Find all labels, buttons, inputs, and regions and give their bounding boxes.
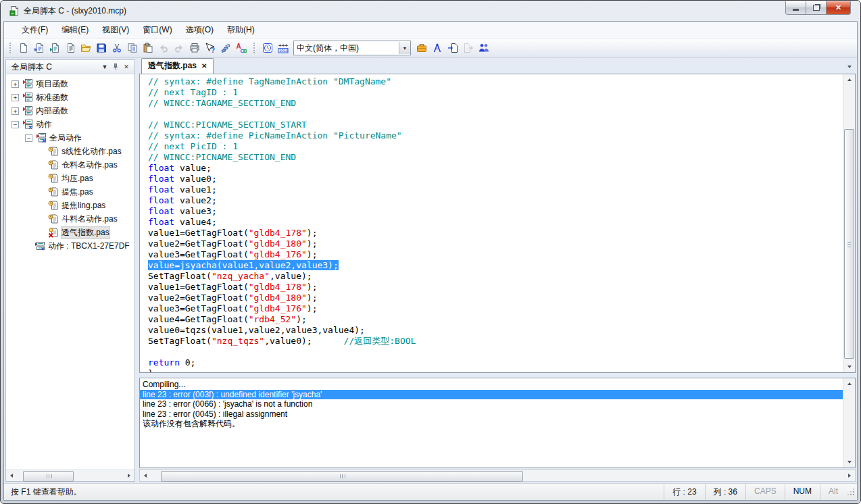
compiler-message[interactable]: Compiling... (140, 380, 843, 390)
print-button[interactable] (187, 41, 202, 55)
open-function-button[interactable] (47, 41, 62, 55)
scroll-left-icon[interactable] (6, 471, 17, 480)
code-line: value1=GetTagFloat("gldb4_178"); (148, 282, 843, 293)
menu-item-6[interactable]: 帮助(H) (220, 22, 262, 38)
resize-grip[interactable] (846, 487, 856, 497)
tab-document[interactable]: 透气指数.pas ✕ (141, 58, 214, 74)
code-line: value2=GetTagFloat("gldb4_180"); (148, 238, 843, 249)
minimize-button[interactable] (785, 1, 806, 15)
tree-item-label: 全局动作 (49, 132, 82, 144)
compiler-message-selected[interactable]: line 23 : error (003f) : undefined ident… (140, 390, 843, 400)
code-editor[interactable]: // syntax: #define TagNameInAction "DMTa… (139, 74, 856, 373)
scroll-right-icon[interactable] (844, 471, 855, 480)
collapse-icon[interactable]: − (25, 134, 32, 142)
scroll-left-icon[interactable] (140, 471, 151, 480)
tab-list-dropdown-icon[interactable] (843, 61, 856, 72)
new-button[interactable] (16, 41, 31, 55)
tree-item[interactable]: 提焦ling.pas (6, 199, 134, 212)
tree-item[interactable]: −全局动作 (6, 131, 134, 145)
cut-button[interactable] (109, 41, 124, 55)
save-button[interactable] (93, 41, 109, 55)
tree-item-label: 提焦.pas (62, 186, 93, 198)
expand-icon[interactable]: + (11, 94, 19, 101)
tree-horizontal-scrollbar[interactable] (6, 470, 134, 481)
menu-bar: 文件(F)编辑(E)视图(V)窗口(W)选项(O)帮助(H) (4, 22, 857, 39)
collapse-icon[interactable]: − (11, 121, 19, 128)
tree-item[interactable]: 透气指数.pas (6, 226, 134, 239)
dividers-button[interactable] (429, 41, 445, 55)
expand-icon[interactable]: + (11, 80, 19, 88)
scroll-up-icon[interactable] (843, 74, 855, 85)
expand-icon[interactable]: + (11, 107, 19, 115)
title-bar[interactable]: 全局脚本 C - (slxy2010.mcp) ✕ (1, 1, 860, 21)
compiler-message[interactable]: line 23 : error (0066) : 'jsyacha' is no… (140, 399, 843, 409)
toolbox-icon (416, 43, 427, 53)
toolbox-button[interactable] (414, 41, 429, 55)
code-line: float value4; (148, 217, 843, 228)
trigger-clock-button[interactable] (260, 41, 275, 55)
tree-item[interactable]: +项目函数 (6, 77, 134, 91)
import-button[interactable] (445, 41, 460, 55)
close-button[interactable]: ✕ (826, 1, 851, 15)
code-line: SetTagFloat("nzq_yacha",value); (148, 271, 843, 282)
tree-item[interactable]: 提焦.pas (6, 185, 134, 199)
code-surface[interactable]: // syntax: #define TagNameInAction "DMTa… (140, 74, 843, 372)
menu-item-3[interactable]: 视图(V) (95, 22, 136, 38)
tree-item-label: 内部函数 (36, 105, 68, 117)
panel-menu-icon[interactable]: ▼ (99, 61, 110, 72)
scrollbar-thumb[interactable] (161, 471, 523, 482)
document-button[interactable] (62, 41, 78, 55)
editor-vertical-scrollbar[interactable] (843, 74, 855, 372)
window-controls: ✕ (786, 1, 851, 15)
code-line: // WINCC:PICNAME_SECTION_END (148, 152, 843, 163)
tree-item[interactable]: 均压.pas (6, 172, 134, 185)
tags-button[interactable]: +++1010 (275, 41, 291, 55)
tree-item[interactable]: 斗料名动作.pas (6, 212, 134, 226)
scrollbar-thumb[interactable] (23, 471, 74, 482)
export-icon (463, 43, 474, 53)
copy-button[interactable] (124, 41, 140, 55)
syntax-check-button[interactable]: ACB (233, 41, 249, 55)
tree-item[interactable]: s线性化动作.pas (6, 145, 134, 158)
compiler-message[interactable]: line 23 : error (0045) : illegal assignm… (140, 409, 843, 420)
scroll-right-icon[interactable] (124, 471, 134, 480)
tree-item[interactable]: 仓料名动作.pas (6, 158, 134, 172)
menu-item-1[interactable]: 文件(F) (15, 22, 55, 38)
toolbar-grip[interactable] (253, 43, 257, 53)
open-action-button[interactable] (31, 41, 47, 55)
scrollbar-thumb[interactable] (844, 129, 854, 358)
code-line: value2=GetTagFloat("gldb4_180"); (148, 293, 843, 303)
language-select[interactable]: 中文(简体，中国)▼ (293, 41, 411, 55)
pin-icon[interactable] (110, 61, 121, 72)
panel-close-icon[interactable]: ✕ (121, 61, 132, 72)
toolbar-grip[interactable] (9, 43, 13, 53)
tree-item[interactable]: +标准函数 (6, 91, 134, 104)
paste-button[interactable] (140, 41, 155, 55)
tree-item-label: 均压.pas (62, 173, 93, 184)
compiler-message[interactable]: 该动作没有包含解释代码。 (140, 419, 843, 429)
menu-item-5[interactable]: 选项(O) (179, 22, 220, 38)
tree-item-label: 仓料名动作.pas (62, 159, 118, 171)
output-splitter[interactable] (139, 373, 856, 378)
tree-item[interactable]: 动作 : TBCX1-27E7DF (6, 239, 134, 253)
tree-item[interactable]: −动作 (6, 118, 134, 131)
scroll-down-icon[interactable] (843, 457, 855, 468)
tab-close-icon[interactable]: ✕ (201, 62, 207, 70)
users-button[interactable] (476, 41, 491, 55)
open-folder-button[interactable] (78, 41, 93, 55)
status-help-text: 按 F1 键查看帮助。 (4, 486, 664, 498)
restore-button[interactable] (806, 1, 827, 15)
compile-all-button[interactable] (218, 41, 233, 55)
context-help-button[interactable]: ? (202, 41, 218, 55)
menu-item-4[interactable]: 窗口(W) (136, 22, 178, 38)
context-help-icon: ? (205, 43, 216, 53)
dividers-icon (432, 43, 443, 53)
scroll-down-icon[interactable] (843, 361, 855, 372)
chevron-down-icon[interactable]: ▼ (399, 42, 410, 54)
print-icon (189, 43, 200, 53)
output-horizontal-scrollbar[interactable] (139, 469, 856, 482)
output-vertical-scrollbar[interactable] (843, 378, 855, 468)
scroll-up-icon[interactable] (843, 378, 855, 389)
menu-item-2[interactable]: 编辑(E) (55, 22, 95, 38)
tree-item[interactable]: +内部函数 (6, 104, 134, 118)
